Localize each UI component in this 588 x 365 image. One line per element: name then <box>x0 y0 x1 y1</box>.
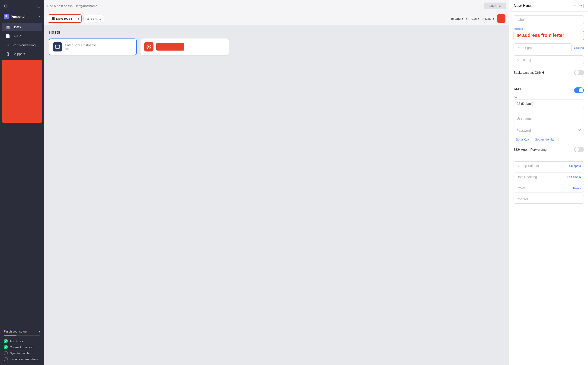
svg-point-5 <box>148 46 150 48</box>
sidebar-item-sftp[interactable]: 📄 SFTP <box>2 32 42 40</box>
username-input[interactable] <box>514 114 584 123</box>
serial-label: SERIAL <box>91 17 101 21</box>
edit-chain-link[interactable]: Edit Chain <box>567 175 581 179</box>
divider1 <box>514 81 584 81</box>
setup-header[interactable]: Finish your setup: ▾ <box>4 330 40 333</box>
ssh-agent-label: SSH Agent Forwarding <box>514 148 546 151</box>
ssh-toggle-row: SSH <box>514 84 584 96</box>
right-panel: New Host ··· →| Address * Groups Bac <box>509 0 588 365</box>
chevron-down-icon: ▾ <box>78 17 79 21</box>
startup-snippet-row: Startup Snippet Snippets <box>514 161 584 170</box>
svg-point-2 <box>56 45 56 46</box>
sidebar-nav: ▦ Hosts 📄 SFTP ✦ Port Forwarding {} Snip… <box>0 21 44 327</box>
more-options-icon[interactable]: ··· <box>573 3 576 8</box>
workspace-label: Personal <box>11 15 25 19</box>
tag-input[interactable] <box>514 56 584 64</box>
address-input[interactable] <box>514 31 584 40</box>
new-host-button[interactable]: ▦ NEW HOST <box>48 15 76 22</box>
serial-icon: ⊟ <box>86 17 89 21</box>
port-forwarding-icon: ✦ <box>6 43 10 47</box>
hosts-section-title: Hosts <box>49 30 504 35</box>
port-label: Port <box>514 96 584 98</box>
setup-item-icon-empty <box>4 357 8 361</box>
setup-item-invite[interactable]: Invite team members <box>4 356 40 362</box>
charset-input[interactable] <box>514 195 584 204</box>
sidebar-item-snippets[interactable]: {} Snippets <box>2 50 42 58</box>
set-key-link[interactable]: Set a Key <box>516 138 529 141</box>
setup-item-add-hosts[interactable]: ✓ Add hosts <box>4 338 40 344</box>
divider2 <box>514 158 584 158</box>
sidebar-bottom: Finish your setup: ▾ ✓ Add hosts ✓ Conne… <box>0 327 44 365</box>
tags-filter[interactable]: 🏷 Tags ▾ <box>466 17 479 21</box>
proxy-link[interactable]: Proxy <box>573 186 581 190</box>
password-input[interactable] <box>514 126 584 135</box>
setup-progress-fill <box>4 335 16 336</box>
address-field: Address * <box>514 27 584 40</box>
setup-item-icon-empty <box>4 351 8 355</box>
new-host-label: NEW HOST <box>56 17 72 21</box>
address-label: Address * <box>514 27 584 30</box>
setup-item-connect[interactable]: ✓ Connect to a host <box>4 344 40 350</box>
terminal-icon[interactable]: ⊡ <box>37 4 40 8</box>
ubuntu-host-card[interactable] <box>140 38 229 55</box>
backspace-label: Backspace as Ctrl+H <box>514 71 544 74</box>
snippets-link[interactable]: Snippets <box>569 164 581 168</box>
toolbar: ▦ NEW HOST ▾ ⊟ SERIAL ⊞ Grid ▾ 🏷 Tags ▾ <box>44 12 509 25</box>
new-host-card[interactable]: ssh <box>49 38 137 55</box>
port-field: Port <box>514 96 584 111</box>
workspace-chevron-icon: ▾ <box>39 15 40 18</box>
workspace-selector[interactable]: P Personal ▾ <box>0 12 44 21</box>
svg-point-7 <box>150 47 151 48</box>
charset-field <box>514 195 584 204</box>
close-icon[interactable]: →| <box>579 3 584 8</box>
ssh-agent-toggle[interactable] <box>574 147 584 152</box>
ubuntu-icon <box>144 42 154 51</box>
toolbar-right: ⊞ Grid ▾ 🏷 Tags ▾ ≡ Date ▾ <box>451 14 505 23</box>
parent-group-row: Groups <box>514 43 584 52</box>
key-links: Set a Key Set an Identity <box>514 138 584 141</box>
date-label: Date <box>485 17 491 21</box>
set-identity-link[interactable]: Set an Identity <box>535 138 554 141</box>
search-input[interactable] <box>47 4 484 8</box>
port-input[interactable] <box>514 99 584 108</box>
ssh-toggle-knob <box>579 88 583 92</box>
password-field: 👁 <box>514 126 584 135</box>
setup-progress-bar-bg <box>4 335 40 336</box>
host-name-redacted <box>156 43 184 50</box>
backspace-toggle[interactable] <box>574 70 584 75</box>
ssh-agent-toggle-row: SSH Agent Forwarding <box>514 144 584 155</box>
grid-filter[interactable]: ⊞ Grid ▾ <box>451 17 463 21</box>
serial-button[interactable]: ⊟ SERIAL <box>84 15 104 22</box>
panel-title: New Host <box>514 3 573 8</box>
setup-item-sync[interactable]: Sync to mobile <box>4 350 40 356</box>
ssh-toggle[interactable] <box>574 87 584 93</box>
date-filter[interactable]: ≡ Date ▾ <box>482 17 494 21</box>
eye-icon[interactable]: 👁 <box>578 128 581 133</box>
groups-link[interactable]: Groups <box>574 46 584 50</box>
sidebar-top: ⚙ ⊡ <box>0 0 44 12</box>
label-input[interactable] <box>514 15 584 24</box>
parent-group-input[interactable] <box>514 43 572 52</box>
sidebar-item-port-forwarding[interactable]: ✦ Port Forwarding <box>2 41 42 49</box>
grid-icon: ⊞ <box>451 17 454 21</box>
red-square-button[interactable] <box>497 14 505 23</box>
sidebar-red-block <box>2 60 42 123</box>
setup-item-label: Sync to mobile <box>10 351 29 355</box>
hosts-grid: ssh <box>49 38 504 55</box>
gear-icon[interactable]: ⚙ <box>4 3 8 9</box>
ssh-section-title: SSH <box>514 87 521 91</box>
panel-body: Address * Groups Backspace as Ctrl+H SSH <box>509 12 588 211</box>
tag-icon: 🏷 <box>466 17 469 21</box>
hosts-content: Hosts ssh <box>44 25 509 365</box>
new-host-dropdown-button[interactable]: ▾ <box>76 15 81 22</box>
setup-item-label: Invite team members <box>10 358 38 361</box>
connect-button[interactable]: CONNECT <box>484 3 506 9</box>
new-host-hostname-input[interactable] <box>65 43 133 47</box>
sidebar-item-label: Snippets <box>13 52 25 56</box>
new-host-card-icon <box>53 42 62 51</box>
sidebar-item-hosts[interactable]: ▦ Hosts <box>2 23 42 31</box>
setup-chevron-icon: ▾ <box>39 330 40 333</box>
toggle-knob <box>574 70 579 75</box>
sidebar-item-label: Hosts <box>13 25 21 29</box>
main-content: CONNECT ▦ NEW HOST ▾ ⊟ SERIAL ⊞ Grid ▾ 🏷 <box>44 0 509 365</box>
